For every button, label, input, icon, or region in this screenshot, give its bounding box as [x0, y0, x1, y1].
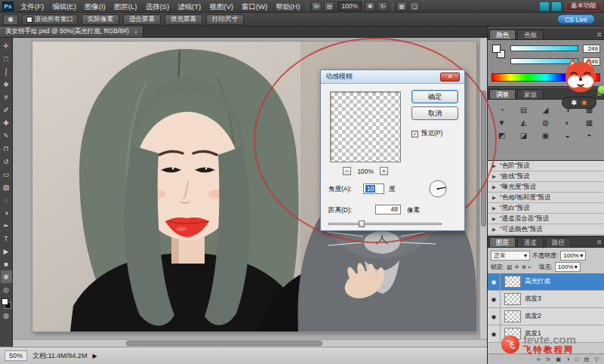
- angle-input[interactable]: 10: [363, 184, 384, 194]
- visibility-eye-icon[interactable]: ◉: [488, 325, 501, 343]
- preset-channel-mixer[interactable]: ▶“通道混合器”预设: [488, 214, 604, 224]
- checkbox-icon[interactable]: [26, 17, 32, 23]
- crop-tool-icon[interactable]: #: [1, 91, 12, 103]
- new-layer-icon[interactable]: ▤: [584, 356, 589, 362]
- visibility-eye-icon[interactable]: ◉: [488, 273, 501, 291]
- zoom-out-button[interactable]: −: [343, 167, 351, 175]
- hue-saturation-icon[interactable]: ▼: [491, 116, 513, 129]
- angle-dial[interactable]: [428, 179, 448, 200]
- distance-slider[interactable]: [328, 221, 442, 227]
- eyedropper-tool-icon[interactable]: ✐: [1, 103, 12, 116]
- invert-icon[interactable]: ◩: [491, 129, 513, 142]
- menu-filter[interactable]: 滤镜(T): [174, 0, 205, 13]
- opacity-field[interactable]: 100% ▾: [560, 251, 586, 261]
- preset-selective-color[interactable]: ▶“可选颜色”预设: [488, 224, 604, 235]
- quick-mask-icon[interactable]: ◍: [1, 309, 12, 322]
- curves-icon[interactable]: ◢: [535, 103, 556, 116]
- mascot-status-dot[interactable]: [597, 85, 604, 94]
- expand-arrow-icon[interactable]: ▶: [492, 174, 496, 180]
- menu-window[interactable]: 窗口(W): [238, 0, 271, 13]
- menu-file[interactable]: 文件(F): [17, 0, 48, 13]
- healing-brush-tool-icon[interactable]: ✚: [1, 116, 12, 129]
- visibility-eye-icon[interactable]: ◉: [488, 291, 501, 308]
- paw-icon[interactable]: ✽: [571, 99, 577, 106]
- view-extras-icon[interactable]: ▤: [324, 2, 334, 11]
- visibility-eye-icon[interactable]: ◉: [488, 308, 501, 325]
- cancel-button[interactable]: 取消: [411, 106, 458, 120]
- dialog-titlebar[interactable]: 动感模糊 ✕: [321, 70, 464, 84]
- actual-pixels-button[interactable]: 实际像素: [82, 14, 119, 25]
- color-value-field[interactable]: 249: [583, 45, 600, 53]
- layer-style-icon[interactable]: fx: [546, 356, 550, 362]
- tab-layers[interactable]: 图层: [489, 237, 516, 247]
- menu-edit[interactable]: 编辑(E): [48, 0, 80, 13]
- fill-screen-button[interactable]: 填充屏幕: [165, 14, 202, 25]
- lock-all-icon[interactable]: ▪: [528, 264, 531, 270]
- levels-icon[interactable]: ▤: [513, 103, 535, 116]
- selective-color-icon[interactable]: ◓: [578, 129, 600, 142]
- posterize-icon[interactable]: ◪: [513, 129, 535, 142]
- gradient-tool-icon[interactable]: ▨: [1, 180, 12, 193]
- lock-position-icon[interactable]: ⊕: [522, 264, 526, 270]
- current-tool-icon[interactable]: ✽: [3, 14, 18, 25]
- color-balance-icon[interactable]: ◭: [513, 116, 535, 129]
- color-swatches-widget[interactable]: [2, 298, 11, 309]
- zoom-level-field[interactable]: 100%: [337, 2, 362, 11]
- lock-transparency-icon[interactable]: ▧: [507, 264, 512, 270]
- preset-hue-saturation[interactable]: ▶“色相/饱和度”预设: [488, 193, 604, 203]
- channel-mixer-icon[interactable]: ▦: [578, 116, 600, 129]
- scrollbar-thumb[interactable]: [126, 341, 322, 346]
- link-layers-icon[interactable]: ∞: [537, 356, 541, 362]
- hand-icon[interactable]: ✽: [365, 2, 375, 11]
- zoom-percent-field[interactable]: 50%: [5, 350, 27, 361]
- preset-black-white[interactable]: ▶“黑白”预设: [488, 203, 604, 214]
- lasso-tool-icon[interactable]: ʃ: [1, 65, 12, 78]
- blur-tool-icon[interactable]: ◌: [1, 193, 12, 206]
- checkbox-check-icon[interactable]: ✓: [411, 131, 418, 137]
- layer-row[interactable]: ◉ 高光打底: [488, 273, 604, 291]
- tab-masks[interactable]: 蒙版: [517, 89, 544, 99]
- preset-exposure[interactable]: ▶“曝光度”预设: [488, 182, 604, 193]
- horizontal-scrollbar[interactable]: [13, 339, 487, 347]
- expand-arrow-icon[interactable]: ▶: [492, 195, 496, 201]
- shape-tool-icon[interactable]: ■: [1, 258, 12, 270]
- fill-field[interactable]: 100% ▾: [555, 262, 581, 272]
- layer-thumbnail[interactable]: [504, 276, 521, 288]
- menu-view[interactable]: 视图(V): [205, 0, 237, 13]
- tab-color[interactable]: 颜色: [489, 29, 516, 39]
- layer-group-icon[interactable]: □: [575, 356, 579, 362]
- workspace-button[interactable]: 基本功能: [565, 2, 602, 11]
- tab-swatches[interactable]: 色板: [517, 29, 544, 39]
- slider-track[interactable]: [328, 223, 442, 225]
- menu-layer[interactable]: 图层(L): [110, 0, 141, 13]
- vertical-scrollbar[interactable]: [479, 38, 487, 339]
- expand-arrow-icon[interactable]: ▶: [492, 184, 496, 190]
- marquee-tool-icon[interactable]: □: [1, 52, 12, 65]
- tab-channels[interactable]: 通道: [517, 237, 544, 247]
- gradient-map-icon[interactable]: ◒: [556, 129, 578, 142]
- capture-tool-icon[interactable]: [551, 2, 562, 11]
- dodge-tool-icon[interactable]: ◑: [1, 206, 12, 219]
- zoom-tool-icon[interactable]: ◎: [1, 283, 12, 296]
- foreground-color-swatch[interactable]: [2, 298, 8, 305]
- layer-mask-icon[interactable]: ▣: [556, 356, 561, 362]
- preview-checkbox[interactable]: ✓ 预览(P): [411, 129, 442, 138]
- fit-screen-button[interactable]: 适合屏幕: [123, 14, 161, 25]
- eraser-tool-icon[interactable]: ▭: [1, 168, 12, 180]
- layer-thumbnail[interactable]: [504, 293, 521, 305]
- filter-preview[interactable]: [330, 91, 401, 162]
- tab-adjustments[interactable]: 调整: [489, 89, 516, 99]
- foreground-color-swatch[interactable]: [492, 45, 501, 53]
- ok-button[interactable]: 确定: [411, 90, 458, 103]
- hand-tool-icon[interactable]: ✽: [1, 270, 12, 283]
- color-slider[interactable]: [510, 45, 578, 51]
- expand-arrow-icon[interactable]: ▶: [492, 205, 496, 211]
- path-selection-tool-icon[interactable]: ▶: [1, 245, 12, 258]
- history-brush-tool-icon[interactable]: ↺: [1, 155, 12, 168]
- status-menu-arrow-icon[interactable]: ▶: [92, 353, 97, 359]
- menu-help[interactable]: 帮助(H): [272, 0, 304, 13]
- scroll-all-windows-toggle[interactable]: 滚动所有窗口: [22, 14, 78, 25]
- zoom-in-button[interactable]: +: [380, 167, 388, 175]
- move-tool-icon[interactable]: ✛: [1, 39, 12, 52]
- print-size-button[interactable]: 打印尺寸: [206, 14, 244, 25]
